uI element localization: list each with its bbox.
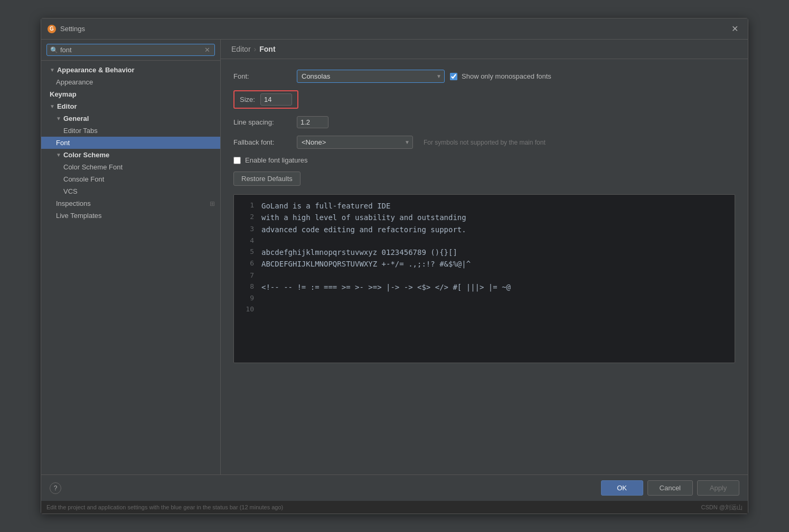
- font-select[interactable]: Consolas Courier New JetBrains Mono Fira…: [297, 70, 445, 83]
- title-bar-left: G Settings: [48, 25, 85, 33]
- ligatures-checkbox[interactable]: [233, 157, 241, 164]
- status-right: CSDN @刘远山: [701, 504, 743, 511]
- sidebar-item-editor[interactable]: ▼ Editor: [41, 100, 220, 112]
- search-clear-button[interactable]: ✕: [203, 46, 211, 54]
- preview-box: 1 GoLand is a full-featured IDE 2 with a…: [233, 194, 735, 363]
- sidebar-item-font[interactable]: Font: [41, 137, 220, 149]
- font-select-wrap: Consolas Courier New JetBrains Mono Fira…: [297, 70, 445, 83]
- size-highlight-box: Size:: [233, 90, 298, 109]
- fallback-font-select[interactable]: <None>: [297, 136, 413, 149]
- cancel-button[interactable]: Cancel: [647, 480, 693, 496]
- sidebar-item-label: Console Font: [63, 175, 104, 183]
- line-number: 6: [239, 258, 254, 269]
- sidebar-item-color-scheme-font[interactable]: Color Scheme Font: [41, 161, 220, 173]
- font-row: Font: Consolas Courier New JetBrains Mon…: [233, 70, 735, 83]
- status-text: Edit the project and application setting…: [46, 504, 283, 510]
- search-box: 🔍 ✕: [41, 40, 220, 61]
- line-spacing-input[interactable]: [297, 116, 328, 128]
- sidebar-item-live-templates[interactable]: Live Templates: [41, 210, 220, 222]
- sidebar-item-vcs[interactable]: VCS: [41, 185, 220, 197]
- sidebar-item-label: Font: [56, 139, 70, 147]
- sidebar-item-general[interactable]: ▼ General: [41, 112, 220, 125]
- line-spacing-row: Line spacing:: [233, 116, 735, 128]
- line-number: 9: [239, 293, 254, 304]
- sidebar-item-label: Inspections: [56, 200, 91, 207]
- sidebar-item-label: Appearance: [56, 78, 93, 86]
- caret-icon: ▼: [56, 152, 61, 158]
- fallback-font-label: Fallback font:: [233, 138, 292, 146]
- caret-icon: ▼: [50, 103, 55, 109]
- sidebar-item-label: General: [63, 115, 89, 122]
- line-content: GoLand is a full-featured IDE: [261, 200, 390, 212]
- fallback-hint: For symbols not supported by the main fo…: [424, 139, 546, 146]
- sidebar-item-label: Keymap: [50, 90, 77, 98]
- content-area: 🔍 ✕ ▼ Appearance & Behavior Appearance K…: [41, 40, 748, 474]
- dialog-title: Settings: [60, 25, 85, 33]
- close-button[interactable]: ✕: [728, 23, 741, 35]
- size-label: Size:: [240, 96, 255, 103]
- caret-icon: ▼: [50, 67, 55, 73]
- sidebar-item-inspections[interactable]: Inspections ⊞: [41, 197, 220, 210]
- line-content: <!-- -- != := === >= >- >=> |-> -> <$> <…: [261, 281, 511, 293]
- ok-button[interactable]: OK: [601, 480, 643, 496]
- search-wrap: 🔍 ✕: [46, 44, 215, 56]
- line-number: 4: [239, 235, 254, 246]
- app-icon: G: [48, 25, 56, 33]
- fallback-select-wrap: <None> ▼: [297, 136, 413, 149]
- breadcrumb-current: Font: [259, 45, 275, 53]
- apply-button[interactable]: Apply: [697, 480, 739, 496]
- preview-line-7: 7: [239, 270, 729, 281]
- panel-content: Font: Consolas Courier New JetBrains Mon…: [221, 59, 748, 474]
- breadcrumb-parent: Editor: [231, 45, 251, 53]
- sidebar-item-label: Appearance & Behavior: [57, 66, 135, 74]
- size-input[interactable]: [260, 93, 292, 106]
- fallback-font-row: Fallback font: <None> ▼ For symbols not …: [233, 136, 735, 149]
- caret-icon: ▼: [56, 116, 61, 121]
- line-content: advanced code editing and refactoring su…: [261, 224, 466, 235]
- bottom-left: ?: [50, 482, 61, 494]
- sidebar-item-keymap[interactable]: Keymap: [41, 88, 220, 100]
- preview-line-4: 4: [239, 235, 729, 246]
- preview-line-10: 10: [239, 304, 729, 315]
- line-content: ABCDEFGHIJKLMNOPQRSTUVWXYZ +-*/= .,;:!? …: [261, 258, 471, 270]
- preview-line-8: 8 <!-- -- != := === >= >- >=> |-> -> <$>…: [239, 281, 729, 293]
- preview-line-1: 1 GoLand is a full-featured IDE: [239, 200, 729, 212]
- inspections-icon: ⊞: [210, 200, 215, 207]
- preview-line-2: 2 with a high level of usability and out…: [239, 212, 729, 223]
- search-input[interactable]: [60, 46, 203, 54]
- title-bar: G Settings ✕: [41, 18, 748, 40]
- panel-header: Editor › Font: [221, 40, 748, 59]
- nav-tree: ▼ Appearance & Behavior Appearance Keyma…: [41, 61, 220, 474]
- preview-line-5: 5 abcdefghijklmnopqrstuvwxyz 0123456789 …: [239, 246, 729, 258]
- bottom-right: OK Cancel Apply: [601, 480, 739, 496]
- sidebar-item-console-font[interactable]: Console Font: [41, 173, 220, 185]
- font-label: Font:: [233, 72, 292, 80]
- size-row: Size:: [233, 90, 735, 109]
- sidebar-item-label: VCS: [63, 187, 78, 195]
- sidebar-item-appearance-behavior[interactable]: ▼ Appearance & Behavior: [41, 64, 220, 76]
- monospaced-checkbox-row: Show only monospaced fonts: [450, 72, 551, 80]
- breadcrumb-separator: ›: [254, 45, 257, 53]
- preview-line-6: 6 ABCDEFGHIJKLMNOPQRSTUVWXYZ +-*/= .,;:!…: [239, 258, 729, 270]
- settings-dialog: G Settings ✕ 🔍 ✕ ▼ Appearance & Behavior: [41, 18, 748, 514]
- line-content: with a high level of usability and outst…: [261, 212, 466, 223]
- line-number: 3: [239, 224, 254, 235]
- line-number: 5: [239, 246, 254, 258]
- help-button[interactable]: ?: [50, 482, 61, 494]
- bottom-bar: ? OK Cancel Apply: [41, 474, 748, 501]
- sidebar: 🔍 ✕ ▼ Appearance & Behavior Appearance K…: [41, 40, 221, 474]
- line-number: 2: [239, 212, 254, 223]
- line-number: 7: [239, 270, 254, 281]
- ligatures-row: Enable font ligatures: [233, 156, 735, 164]
- sidebar-item-color-scheme[interactable]: ▼ Color Scheme: [41, 149, 220, 161]
- sidebar-item-editor-tabs[interactable]: Editor Tabs: [41, 125, 220, 137]
- status-bar: Edit the project and application setting…: [41, 501, 748, 514]
- ligatures-label: Enable font ligatures: [245, 156, 308, 164]
- preview-line-3: 3 advanced code editing and refactoring …: [239, 224, 729, 235]
- line-number: 1: [239, 200, 254, 211]
- restore-defaults-button[interactable]: Restore Defaults: [233, 172, 300, 186]
- monospaced-checkbox[interactable]: [450, 73, 457, 80]
- sidebar-item-appearance[interactable]: Appearance: [41, 76, 220, 88]
- line-spacing-label: Line spacing:: [233, 118, 292, 126]
- line-content: abcdefghijklmnopqrstuvwxyz 0123456789 ()…: [261, 246, 457, 258]
